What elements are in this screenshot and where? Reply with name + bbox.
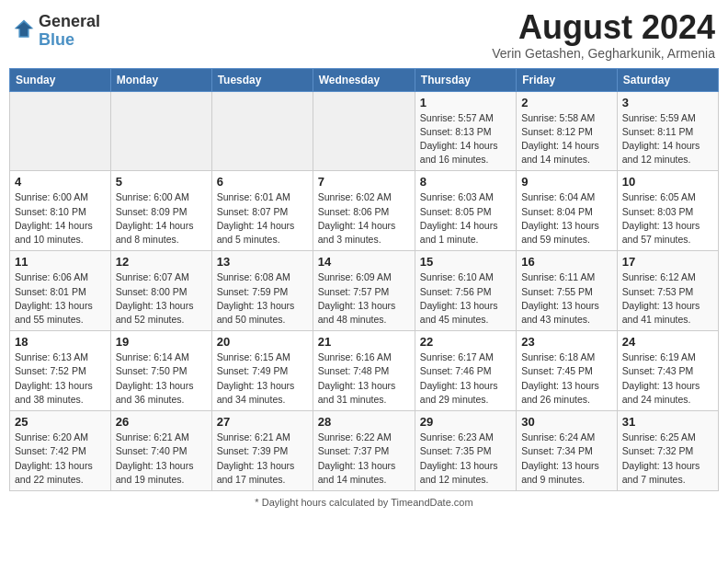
day-info: Sunrise: 6:07 AM Sunset: 8:00 PM Dayligh… [116, 270, 207, 327]
day-number: 19 [116, 335, 207, 349]
day-info: Sunrise: 5:58 AM Sunset: 8:12 PM Dayligh… [521, 111, 612, 167]
calendar-cell: 11Sunrise: 6:06 AM Sunset: 8:01 PM Dayli… [10, 251, 111, 331]
day-number: 12 [116, 255, 207, 269]
calendar-week-row-0: 1Sunrise: 5:57 AM Sunset: 8:13 PM Daylig… [10, 91, 719, 171]
title-block: August 2024 Verin Getashen, Gegharkunik,… [492, 9, 715, 61]
calendar-cell: 20Sunrise: 6:15 AM Sunset: 7:49 PM Dayli… [211, 331, 313, 411]
day-info: Sunrise: 6:02 AM Sunset: 8:06 PM Dayligh… [318, 190, 410, 247]
footer-note: * Daylight hours calculated by TimeandDa… [9, 497, 719, 508]
logo-line2: Blue [39, 31, 100, 50]
day-info: Sunrise: 6:04 AM Sunset: 8:04 PM Dayligh… [521, 190, 612, 247]
day-info: Sunrise: 6:23 AM Sunset: 7:35 PM Dayligh… [420, 431, 511, 487]
calendar-cell [110, 91, 211, 171]
calendar-cell: 12Sunrise: 6:07 AM Sunset: 8:00 PM Dayli… [110, 251, 211, 331]
day-number: 21 [318, 335, 410, 349]
day-number: 16 [521, 255, 612, 269]
day-info: Sunrise: 6:19 AM Sunset: 7:43 PM Dayligh… [622, 350, 713, 407]
calendar-cell: 7Sunrise: 6:02 AM Sunset: 8:06 PM Daylig… [313, 171, 415, 251]
day-number: 31 [622, 415, 713, 429]
day-info: Sunrise: 6:03 AM Sunset: 8:05 PM Dayligh… [420, 190, 511, 247]
day-number: 13 [217, 255, 308, 269]
calendar-week-row-2: 11Sunrise: 6:06 AM Sunset: 8:01 PM Dayli… [10, 251, 719, 331]
calendar-cell: 5Sunrise: 6:00 AM Sunset: 8:09 PM Daylig… [110, 171, 211, 251]
day-info: Sunrise: 6:14 AM Sunset: 7:50 PM Dayligh… [116, 350, 207, 407]
page-header: General Blue August 2024 Verin Getashen,… [9, 9, 719, 61]
day-number: 8 [420, 175, 511, 189]
day-number: 27 [217, 415, 308, 429]
calendar-weekday-tuesday: Tuesday [211, 68, 313, 91]
day-number: 30 [521, 415, 612, 429]
day-info: Sunrise: 6:06 AM Sunset: 8:01 PM Dayligh… [15, 270, 106, 327]
day-number: 11 [15, 255, 106, 269]
calendar-cell [10, 91, 111, 171]
day-number: 29 [420, 415, 511, 429]
logo-line1: General [39, 13, 100, 31]
day-info: Sunrise: 6:10 AM Sunset: 7:56 PM Dayligh… [420, 270, 511, 327]
calendar-cell: 10Sunrise: 6:05 AM Sunset: 8:03 PM Dayli… [617, 171, 718, 251]
day-number: 23 [521, 335, 612, 349]
calendar-cell: 28Sunrise: 6:22 AM Sunset: 7:37 PM Dayli… [313, 411, 415, 491]
day-info: Sunrise: 6:21 AM Sunset: 7:40 PM Dayligh… [116, 431, 207, 487]
day-number: 3 [622, 96, 713, 109]
day-info: Sunrise: 5:59 AM Sunset: 8:11 PM Dayligh… [622, 111, 713, 167]
day-number: 18 [15, 335, 106, 349]
day-number: 4 [15, 175, 106, 189]
calendar-cell: 6Sunrise: 6:01 AM Sunset: 8:07 PM Daylig… [211, 171, 313, 251]
day-number: 2 [521, 96, 612, 109]
day-info: Sunrise: 6:18 AM Sunset: 7:45 PM Dayligh… [521, 350, 612, 407]
calendar-weekday-sunday: Sunday [10, 68, 111, 91]
day-info: Sunrise: 6:08 AM Sunset: 7:59 PM Dayligh… [217, 270, 308, 327]
day-number: 20 [217, 335, 308, 349]
day-number: 15 [420, 255, 511, 269]
calendar-cell: 13Sunrise: 6:08 AM Sunset: 7:59 PM Dayli… [211, 251, 313, 331]
calendar-cell: 1Sunrise: 5:57 AM Sunset: 8:13 PM Daylig… [415, 91, 516, 171]
logo-icon [13, 18, 35, 40]
calendar-header-row: SundayMondayTuesdayWednesdayThursdayFrid… [10, 68, 719, 91]
calendar-cell: 19Sunrise: 6:14 AM Sunset: 7:50 PM Dayli… [110, 331, 211, 411]
calendar-cell: 21Sunrise: 6:16 AM Sunset: 7:48 PM Dayli… [313, 331, 415, 411]
calendar-week-row-3: 18Sunrise: 6:13 AM Sunset: 7:52 PM Dayli… [10, 331, 719, 411]
calendar-weekday-wednesday: Wednesday [313, 68, 415, 91]
day-info: Sunrise: 6:22 AM Sunset: 7:37 PM Dayligh… [318, 431, 410, 487]
day-info: Sunrise: 6:13 AM Sunset: 7:52 PM Dayligh… [15, 350, 106, 407]
day-number: 17 [622, 255, 713, 269]
calendar-weekday-friday: Friday [517, 68, 618, 91]
day-info: Sunrise: 6:12 AM Sunset: 7:53 PM Dayligh… [622, 270, 713, 327]
day-number: 9 [521, 175, 612, 189]
calendar-week-row-4: 25Sunrise: 6:20 AM Sunset: 7:42 PM Dayli… [10, 411, 719, 491]
logo: General Blue [13, 13, 100, 50]
day-info: Sunrise: 6:25 AM Sunset: 7:32 PM Dayligh… [622, 431, 713, 487]
day-info: Sunrise: 6:20 AM Sunset: 7:42 PM Dayligh… [15, 431, 106, 487]
calendar-cell: 25Sunrise: 6:20 AM Sunset: 7:42 PM Dayli… [10, 411, 111, 491]
calendar-cell: 2Sunrise: 5:58 AM Sunset: 8:12 PM Daylig… [517, 91, 618, 171]
calendar-weekday-saturday: Saturday [617, 68, 718, 91]
calendar-cell: 15Sunrise: 6:10 AM Sunset: 7:56 PM Dayli… [415, 251, 516, 331]
day-info: Sunrise: 6:00 AM Sunset: 8:10 PM Dayligh… [15, 190, 106, 247]
day-number: 5 [116, 175, 207, 189]
calendar-weekday-monday: Monday [110, 68, 211, 91]
day-info: Sunrise: 6:11 AM Sunset: 7:55 PM Dayligh… [521, 270, 612, 327]
day-info: Sunrise: 6:21 AM Sunset: 7:39 PM Dayligh… [217, 431, 308, 487]
calendar-cell: 17Sunrise: 6:12 AM Sunset: 7:53 PM Dayli… [617, 251, 718, 331]
day-number: 10 [622, 175, 713, 189]
day-info: Sunrise: 6:17 AM Sunset: 7:46 PM Dayligh… [420, 350, 511, 407]
calendar-cell [313, 91, 415, 171]
day-number: 26 [116, 415, 207, 429]
calendar-cell: 22Sunrise: 6:17 AM Sunset: 7:46 PM Dayli… [415, 331, 516, 411]
calendar-cell: 24Sunrise: 6:19 AM Sunset: 7:43 PM Dayli… [617, 331, 718, 411]
day-info: Sunrise: 6:05 AM Sunset: 8:03 PM Dayligh… [622, 190, 713, 247]
logo-text: General Blue [39, 13, 100, 50]
day-number: 7 [318, 175, 410, 189]
calendar-cell: 4Sunrise: 6:00 AM Sunset: 8:10 PM Daylig… [10, 171, 111, 251]
day-info: Sunrise: 6:00 AM Sunset: 8:09 PM Dayligh… [116, 190, 207, 247]
calendar-cell: 16Sunrise: 6:11 AM Sunset: 7:55 PM Dayli… [517, 251, 618, 331]
day-info: Sunrise: 6:16 AM Sunset: 7:48 PM Dayligh… [318, 350, 410, 407]
calendar-table: SundayMondayTuesdayWednesdayThursdayFrid… [9, 68, 719, 491]
day-number: 6 [217, 175, 308, 189]
day-number: 28 [318, 415, 410, 429]
day-number: 25 [15, 415, 106, 429]
calendar-cell: 9Sunrise: 6:04 AM Sunset: 8:04 PM Daylig… [517, 171, 618, 251]
day-info: Sunrise: 6:15 AM Sunset: 7:49 PM Dayligh… [217, 350, 308, 407]
calendar-cell: 30Sunrise: 6:24 AM Sunset: 7:34 PM Dayli… [517, 411, 618, 491]
calendar-cell: 29Sunrise: 6:23 AM Sunset: 7:35 PM Dayli… [415, 411, 516, 491]
